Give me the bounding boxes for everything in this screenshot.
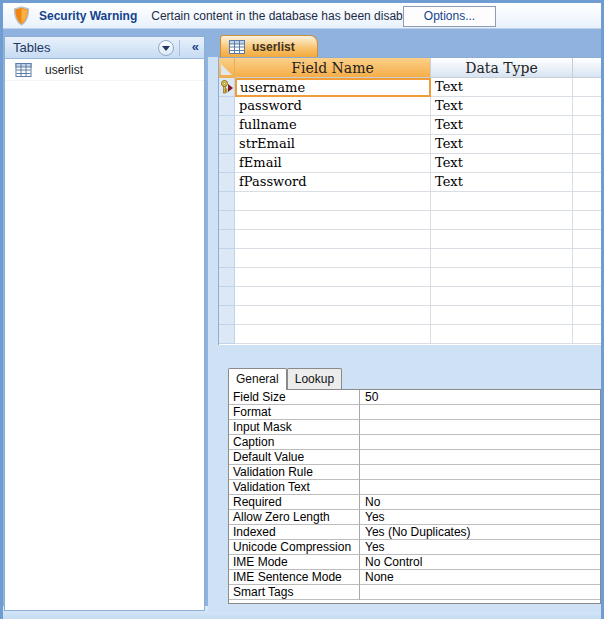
property-value[interactable]: No Control xyxy=(360,555,600,570)
field-name-cell[interactable] xyxy=(235,249,431,268)
field-name-cell[interactable]: password xyxy=(235,97,431,116)
description-cell[interactable] xyxy=(573,211,601,230)
field-name-cell[interactable]: fEmail xyxy=(235,154,431,173)
field-name-cell[interactable] xyxy=(235,268,431,287)
description-cell[interactable] xyxy=(573,306,601,325)
property-name[interactable]: Field Size xyxy=(229,390,360,405)
column-header-data-type[interactable]: Data Type xyxy=(431,58,573,78)
property-value[interactable] xyxy=(360,465,600,480)
property-value[interactable] xyxy=(360,480,600,495)
data-type-cell[interactable]: Text xyxy=(431,135,573,154)
property-row: Allow Zero LengthYes xyxy=(229,510,600,525)
property-name[interactable]: Indexed xyxy=(229,525,360,540)
data-type-cell[interactable]: Text xyxy=(431,173,573,192)
property-row: RequiredNo xyxy=(229,495,600,510)
row-selector[interactable] xyxy=(219,306,235,325)
options-button[interactable]: Options... xyxy=(403,6,496,27)
field-name-cell[interactable] xyxy=(235,325,431,344)
column-header-field-name[interactable]: Field Name xyxy=(235,58,431,78)
row-selector[interactable] xyxy=(219,287,235,306)
description-cell[interactable] xyxy=(573,154,601,173)
description-cell[interactable] xyxy=(573,135,601,154)
row-selector[interactable] xyxy=(219,116,235,135)
property-value[interactable]: Yes xyxy=(360,540,600,555)
description-cell[interactable] xyxy=(573,268,601,287)
row-selector[interactable] xyxy=(219,192,235,211)
row-selector[interactable] xyxy=(219,268,235,287)
field-name-cell[interactable] xyxy=(235,192,431,211)
description-cell[interactable] xyxy=(573,173,601,192)
data-type-cell[interactable] xyxy=(431,325,573,344)
property-value[interactable]: Yes (No Duplicates) xyxy=(360,525,600,540)
data-type-cell[interactable] xyxy=(431,192,573,211)
row-selector[interactable] xyxy=(219,325,235,344)
row-selector[interactable] xyxy=(219,78,235,97)
column-header-description[interactable] xyxy=(573,58,601,78)
row-selector[interactable] xyxy=(219,211,235,230)
description-cell[interactable] xyxy=(573,116,601,135)
property-value[interactable]: No xyxy=(360,495,600,510)
description-cell[interactable] xyxy=(573,230,601,249)
data-type-cell[interactable] xyxy=(431,211,573,230)
row-selector[interactable] xyxy=(219,135,235,154)
description-cell[interactable] xyxy=(573,97,601,116)
property-name[interactable]: Validation Rule xyxy=(229,465,360,480)
data-type-cell[interactable] xyxy=(431,306,573,325)
data-type-cell[interactable]: Text xyxy=(431,116,573,135)
tab-lookup[interactable]: Lookup xyxy=(287,368,342,389)
field-name-cell[interactable] xyxy=(235,287,431,306)
property-value[interactable] xyxy=(360,420,600,435)
field-name-cell[interactable] xyxy=(235,230,431,249)
description-cell[interactable] xyxy=(573,249,601,268)
tab-userlist[interactable]: userlist xyxy=(220,35,318,57)
row-selector[interactable] xyxy=(219,154,235,173)
property-value[interactable] xyxy=(360,435,600,450)
property-value[interactable]: None xyxy=(360,570,600,585)
row-selector[interactable] xyxy=(219,97,235,116)
property-name[interactable]: IME Sentence Mode xyxy=(229,570,360,585)
field-name-cell[interactable]: fPassword xyxy=(235,173,431,192)
data-type-cell[interactable]: Text xyxy=(431,78,573,97)
description-cell[interactable] xyxy=(573,325,601,344)
tab-general[interactable]: General xyxy=(228,368,287,390)
sidebar-item-userlist[interactable]: userlist xyxy=(5,59,204,81)
data-type-cell[interactable] xyxy=(431,268,573,287)
row-selector[interactable] xyxy=(219,230,235,249)
description-cell[interactable] xyxy=(573,78,601,97)
field-name-cell[interactable] xyxy=(235,211,431,230)
property-name[interactable]: Input Mask xyxy=(229,420,360,435)
property-name[interactable]: Unicode Compression xyxy=(229,540,360,555)
property-value[interactable]: 50 xyxy=(360,390,600,405)
table-row-empty xyxy=(219,211,601,230)
property-name[interactable]: Caption xyxy=(229,435,360,450)
description-cell[interactable] xyxy=(573,192,601,211)
property-name[interactable]: Validation Text xyxy=(229,480,360,495)
navigation-pane-header[interactable]: Tables « xyxy=(5,37,204,59)
property-value[interactable] xyxy=(360,585,600,600)
description-cell[interactable] xyxy=(573,287,601,306)
row-selector[interactable] xyxy=(219,173,235,192)
grid-corner-selector[interactable] xyxy=(219,58,235,78)
property-value[interactable] xyxy=(360,450,600,465)
field-name-cell[interactable]: username xyxy=(235,78,431,97)
field-name-cell[interactable] xyxy=(235,306,431,325)
field-name-cell[interactable]: fullname xyxy=(235,116,431,135)
property-value[interactable] xyxy=(360,405,600,420)
data-type-cell[interactable] xyxy=(431,230,573,249)
property-name[interactable]: IME Mode xyxy=(229,555,360,570)
property-name[interactable]: Allow Zero Length xyxy=(229,510,360,525)
data-type-cell[interactable] xyxy=(431,249,573,268)
property-name[interactable]: Required xyxy=(229,495,360,510)
property-name[interactable]: Format xyxy=(229,405,360,420)
field-name-cell[interactable]: strEmail xyxy=(235,135,431,154)
design-grid-header: Field Name Data Type xyxy=(219,58,601,78)
collapse-pane-button[interactable]: « xyxy=(192,39,199,54)
property-name[interactable]: Smart Tags xyxy=(229,585,360,600)
property-name[interactable]: Default Value xyxy=(229,450,360,465)
row-selector[interactable] xyxy=(219,249,235,268)
property-value[interactable]: Yes xyxy=(360,510,600,525)
data-type-cell[interactable]: Text xyxy=(431,97,573,116)
data-type-cell[interactable] xyxy=(431,287,573,306)
data-type-cell[interactable]: Text xyxy=(431,154,573,173)
navigation-menu-button[interactable] xyxy=(158,40,174,56)
